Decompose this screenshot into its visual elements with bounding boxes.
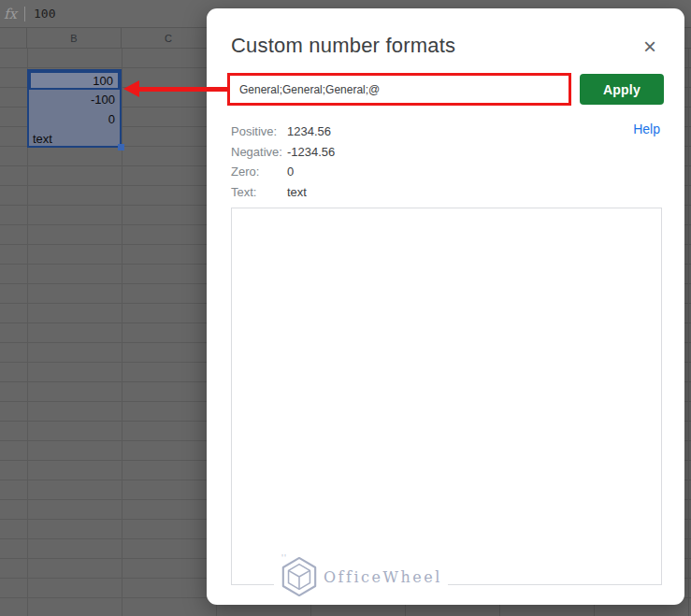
preview-row-zero: Zero: 0: [231, 162, 335, 182]
column-header-b[interactable]: B: [27, 28, 122, 49]
formula-bar-value[interactable]: 100: [34, 7, 55, 21]
custom-number-formats-dialog: Custom number formats × Apply Help Posit…: [207, 8, 684, 605]
preview-value: text: [287, 182, 307, 203]
gridline-col-h-i: [688, 49, 689, 616]
preview-row-negative: Negative: -1234.56: [231, 142, 335, 163]
cell-b5[interactable]: text: [29, 129, 120, 149]
cell-b3[interactable]: -100: [29, 90, 120, 109]
watermark-tick-marks: '': [281, 553, 287, 564]
preview-label: Text:: [231, 182, 287, 203]
gridline-col-b-c: [122, 49, 122, 616]
dialog-title: Custom number formats: [231, 34, 455, 58]
fx-icon: fx: [4, 6, 24, 22]
format-input[interactable]: [230, 76, 569, 103]
format-options-list[interactable]: [231, 208, 662, 585]
formula-bar-divider: [24, 7, 25, 21]
preview-row-positive: Positive: 1234.56: [231, 122, 335, 142]
preview-value: -1234.56: [287, 142, 335, 163]
format-preview: Positive: 1234.56 Negative: -1234.56 Zer…: [231, 122, 335, 202]
close-icon[interactable]: ×: [638, 36, 662, 60]
preview-row-text: Text: text: [231, 182, 335, 203]
screen: fx 100 B C 100 -100 0 t: [0, 0, 691, 616]
fill-handle[interactable]: [118, 144, 124, 150]
column-header-c-label: C: [165, 33, 172, 44]
column-header-b-label: B: [70, 33, 77, 44]
preview-value: 1234.56: [287, 122, 331, 142]
officewheel-watermark: '' OfficeWheel: [274, 555, 448, 598]
preview-label: Positive:: [231, 122, 287, 142]
help-link[interactable]: Help: [633, 122, 660, 136]
annotation-arrow-tail: [137, 87, 228, 92]
watermark-text: OfficeWheel: [324, 568, 442, 586]
column-a-sliver[interactable]: [0, 28, 27, 49]
column-header-c[interactable]: C: [122, 28, 216, 49]
selected-range-b2-b5[interactable]: 100 -100 0 text: [27, 69, 122, 148]
apply-button[interactable]: Apply: [580, 74, 664, 105]
annotation-highlight-box: [227, 73, 571, 106]
preview-value: 0: [287, 162, 294, 182]
cell-b2[interactable]: 100: [29, 71, 120, 90]
annotation-arrow-head: [123, 80, 139, 97]
cell-b4[interactable]: 0: [29, 109, 120, 129]
preview-label: Zero:: [231, 162, 287, 182]
preview-label: Negative:: [231, 142, 287, 163]
